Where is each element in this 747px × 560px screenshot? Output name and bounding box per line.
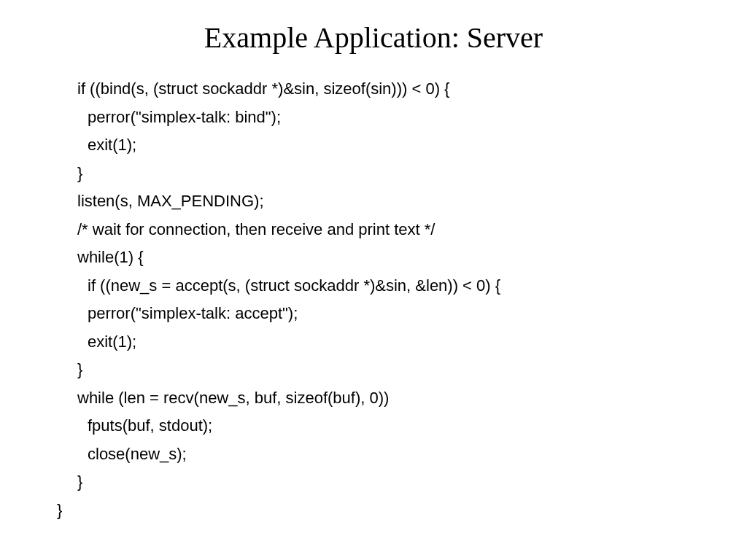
code-line: if ((new_s = accept(s, (struct sockaddr … (57, 272, 747, 300)
code-line: exit(1); (57, 328, 747, 357)
slide-title: Example Application: Server (0, 20, 747, 55)
code-line: } (57, 497, 747, 525)
code-line: if ((bind(s, (struct sockaddr *)&sin, si… (57, 75, 747, 104)
code-block: if ((bind(s, (struct sockaddr *)&sin, si… (0, 75, 747, 524)
slide: Example Application: Server if ((bind(s,… (0, 0, 747, 560)
code-line: listen(s, MAX_PENDING); (57, 187, 747, 216)
code-line: while (len = recv(new_s, buf, sizeof(buf… (57, 384, 747, 413)
code-line: } (57, 160, 747, 188)
code-line: while(1) { (57, 244, 747, 272)
code-line: } (57, 468, 747, 497)
code-line: } (57, 356, 747, 384)
code-line: exit(1); (57, 131, 747, 160)
code-line: perror("simplex-talk: accept"); (57, 300, 747, 328)
code-line: perror("simplex-talk: bind"); (57, 104, 747, 132)
code-line: close(new_s); (57, 440, 747, 469)
code-line: fputs(buf, stdout); (57, 412, 747, 440)
code-line: /* wait for connection, then receive and… (57, 216, 747, 244)
